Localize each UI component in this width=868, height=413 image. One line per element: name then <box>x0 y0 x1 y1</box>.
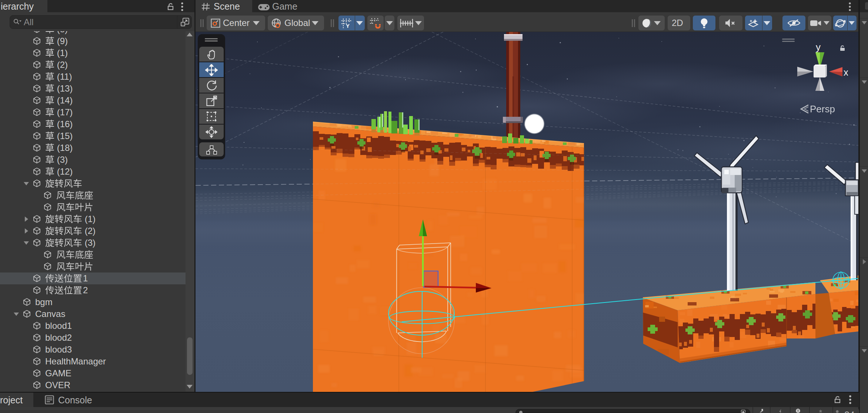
svg-text:y: y <box>816 42 821 53</box>
svg-text:Y: Y <box>346 23 350 28</box>
svg-text:x: x <box>844 67 848 78</box>
